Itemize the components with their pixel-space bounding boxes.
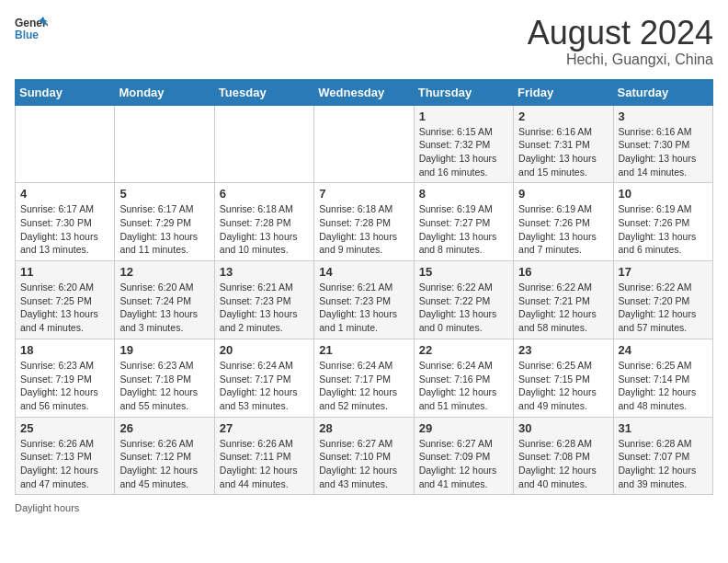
day-number: 22 (419, 343, 508, 357)
day-number: 7 (319, 187, 408, 201)
calendar-cell: 13Sunrise: 6:21 AM Sunset: 7:23 PM Dayli… (214, 261, 313, 339)
day-info: Sunrise: 6:15 AM Sunset: 7:32 PM Dayligh… (419, 125, 508, 179)
calendar-cell: 15Sunrise: 6:22 AM Sunset: 7:22 PM Dayli… (414, 261, 513, 339)
day-info: Sunrise: 6:21 AM Sunset: 7:23 PM Dayligh… (319, 281, 408, 335)
calendar-cell: 16Sunrise: 6:22 AM Sunset: 7:21 PM Dayli… (514, 261, 613, 339)
day-info: Sunrise: 6:22 AM Sunset: 7:21 PM Dayligh… (518, 281, 608, 335)
calendar-cell: 5Sunrise: 6:17 AM Sunset: 7:29 PM Daylig… (115, 183, 214, 261)
day-number: 23 (518, 343, 608, 357)
day-number: 17 (619, 265, 708, 279)
calendar-cell: 10Sunrise: 6:19 AM Sunset: 7:26 PM Dayli… (613, 183, 712, 261)
day-number: 30 (518, 421, 608, 435)
day-number: 31 (619, 421, 708, 435)
calendar-cell: 28Sunrise: 6:27 AM Sunset: 7:10 PM Dayli… (314, 417, 414, 495)
calendar-cell: 4Sunrise: 6:17 AM Sunset: 7:30 PM Daylig… (16, 183, 115, 261)
day-info: Sunrise: 6:24 AM Sunset: 7:17 PM Dayligh… (220, 359, 309, 413)
day-info: Sunrise: 6:25 AM Sunset: 7:15 PM Dayligh… (518, 359, 608, 413)
week-row-2: 4Sunrise: 6:17 AM Sunset: 7:30 PM Daylig… (16, 183, 713, 261)
calendar-cell (314, 105, 414, 183)
day-info: Sunrise: 6:23 AM Sunset: 7:19 PM Dayligh… (20, 359, 109, 413)
logo-svg: General Blue (15, 15, 48, 42)
day-info: Sunrise: 6:17 AM Sunset: 7:29 PM Dayligh… (119, 202, 209, 257)
weekday-header-friday: Friday (514, 79, 613, 105)
day-number: 9 (518, 187, 608, 201)
weekday-header-monday: Monday (115, 79, 214, 105)
calendar-cell: 25Sunrise: 6:26 AM Sunset: 7:13 PM Dayli… (16, 417, 115, 495)
week-row-4: 18Sunrise: 6:23 AM Sunset: 7:19 PM Dayli… (16, 339, 713, 417)
day-number: 15 (419, 265, 508, 279)
weekday-header-wednesday: Wednesday (314, 79, 414, 105)
day-info: Sunrise: 6:26 AM Sunset: 7:13 PM Dayligh… (20, 437, 109, 491)
day-info: Sunrise: 6:16 AM Sunset: 7:31 PM Dayligh… (518, 125, 608, 179)
day-number: 5 (119, 187, 209, 201)
day-number: 4 (20, 187, 109, 201)
calendar-cell: 29Sunrise: 6:27 AM Sunset: 7:09 PM Dayli… (414, 417, 513, 495)
day-number: 11 (20, 265, 109, 279)
day-info: Sunrise: 6:17 AM Sunset: 7:30 PM Dayligh… (20, 202, 109, 257)
calendar-cell: 12Sunrise: 6:20 AM Sunset: 7:24 PM Dayli… (115, 261, 214, 339)
day-info: Sunrise: 6:28 AM Sunset: 7:08 PM Dayligh… (518, 437, 608, 491)
day-info: Sunrise: 6:26 AM Sunset: 7:12 PM Dayligh… (119, 437, 209, 491)
day-number: 26 (119, 421, 209, 435)
calendar-cell: 18Sunrise: 6:23 AM Sunset: 7:19 PM Dayli… (16, 339, 115, 417)
day-number: 27 (220, 421, 309, 435)
header: General Blue August 2024 Hechi, Guangxi,… (15, 15, 713, 68)
calendar-cell: 11Sunrise: 6:20 AM Sunset: 7:25 PM Dayli… (16, 261, 115, 339)
day-info: Sunrise: 6:18 AM Sunset: 7:28 PM Dayligh… (319, 202, 408, 257)
calendar-cell: 14Sunrise: 6:21 AM Sunset: 7:23 PM Dayli… (314, 261, 414, 339)
day-number: 19 (119, 343, 209, 357)
calendar-cell: 23Sunrise: 6:25 AM Sunset: 7:15 PM Dayli… (514, 339, 613, 417)
calendar-cell: 9Sunrise: 6:19 AM Sunset: 7:26 PM Daylig… (514, 183, 613, 261)
day-info: Sunrise: 6:19 AM Sunset: 7:26 PM Dayligh… (619, 202, 708, 257)
location-subtitle: Hechi, Guangxi, China (528, 52, 713, 68)
day-info: Sunrise: 6:18 AM Sunset: 7:28 PM Dayligh… (220, 202, 309, 257)
week-row-3: 11Sunrise: 6:20 AM Sunset: 7:25 PM Dayli… (16, 261, 713, 339)
day-info: Sunrise: 6:20 AM Sunset: 7:25 PM Dayligh… (20, 281, 109, 335)
week-row-1: 1Sunrise: 6:15 AM Sunset: 7:32 PM Daylig… (16, 105, 713, 183)
title-area: August 2024 Hechi, Guangxi, China (528, 15, 713, 68)
day-info: Sunrise: 6:25 AM Sunset: 7:14 PM Dayligh… (619, 359, 708, 413)
day-info: Sunrise: 6:26 AM Sunset: 7:11 PM Dayligh… (220, 437, 309, 491)
calendar-cell: 24Sunrise: 6:25 AM Sunset: 7:14 PM Dayli… (613, 339, 712, 417)
day-info: Sunrise: 6:24 AM Sunset: 7:16 PM Dayligh… (419, 359, 508, 413)
day-number: 29 (419, 421, 508, 435)
day-info: Sunrise: 6:27 AM Sunset: 7:09 PM Dayligh… (419, 437, 508, 491)
week-row-5: 25Sunrise: 6:26 AM Sunset: 7:13 PM Dayli… (16, 417, 713, 495)
calendar-cell: 6Sunrise: 6:18 AM Sunset: 7:28 PM Daylig… (214, 183, 313, 261)
footer-note: Daylight hours (15, 502, 713, 513)
weekday-header-sunday: Sunday (16, 79, 115, 105)
day-number: 25 (20, 421, 109, 435)
calendar-cell: 19Sunrise: 6:23 AM Sunset: 7:18 PM Dayli… (115, 339, 214, 417)
day-info: Sunrise: 6:20 AM Sunset: 7:24 PM Dayligh… (119, 281, 209, 335)
day-info: Sunrise: 6:19 AM Sunset: 7:26 PM Dayligh… (518, 202, 608, 257)
day-info: Sunrise: 6:28 AM Sunset: 7:07 PM Dayligh… (619, 437, 708, 491)
svg-text:Blue: Blue (15, 29, 39, 41)
day-number: 28 (319, 421, 408, 435)
calendar-cell (115, 105, 214, 183)
day-info: Sunrise: 6:23 AM Sunset: 7:18 PM Dayligh… (119, 359, 209, 413)
logo: General Blue (15, 15, 48, 42)
calendar-cell: 17Sunrise: 6:22 AM Sunset: 7:20 PM Dayli… (613, 261, 712, 339)
calendar-cell: 2Sunrise: 6:16 AM Sunset: 7:31 PM Daylig… (514, 105, 613, 183)
weekday-header-row: SundayMondayTuesdayWednesdayThursdayFrid… (16, 79, 713, 105)
calendar-cell (214, 105, 313, 183)
weekday-header-saturday: Saturday (613, 79, 712, 105)
day-info: Sunrise: 6:24 AM Sunset: 7:17 PM Dayligh… (319, 359, 408, 413)
day-number: 21 (319, 343, 408, 357)
day-info: Sunrise: 6:21 AM Sunset: 7:23 PM Dayligh… (220, 281, 309, 335)
day-number: 20 (220, 343, 309, 357)
day-number: 3 (619, 109, 708, 123)
day-number: 24 (619, 343, 708, 357)
day-number: 16 (518, 265, 608, 279)
day-info: Sunrise: 6:22 AM Sunset: 7:20 PM Dayligh… (619, 281, 708, 335)
calendar-cell: 3Sunrise: 6:16 AM Sunset: 7:30 PM Daylig… (613, 105, 712, 183)
calendar-cell: 20Sunrise: 6:24 AM Sunset: 7:17 PM Dayli… (214, 339, 313, 417)
calendar-cell: 30Sunrise: 6:28 AM Sunset: 7:08 PM Dayli… (514, 417, 613, 495)
calendar-cell: 22Sunrise: 6:24 AM Sunset: 7:16 PM Dayli… (414, 339, 513, 417)
calendar-table: SundayMondayTuesdayWednesdayThursdayFrid… (15, 79, 713, 496)
calendar-cell: 8Sunrise: 6:19 AM Sunset: 7:27 PM Daylig… (414, 183, 513, 261)
day-info: Sunrise: 6:16 AM Sunset: 7:30 PM Dayligh… (619, 125, 708, 179)
day-number: 12 (119, 265, 209, 279)
calendar-cell: 1Sunrise: 6:15 AM Sunset: 7:32 PM Daylig… (414, 105, 513, 183)
day-info: Sunrise: 6:27 AM Sunset: 7:10 PM Dayligh… (319, 437, 408, 491)
